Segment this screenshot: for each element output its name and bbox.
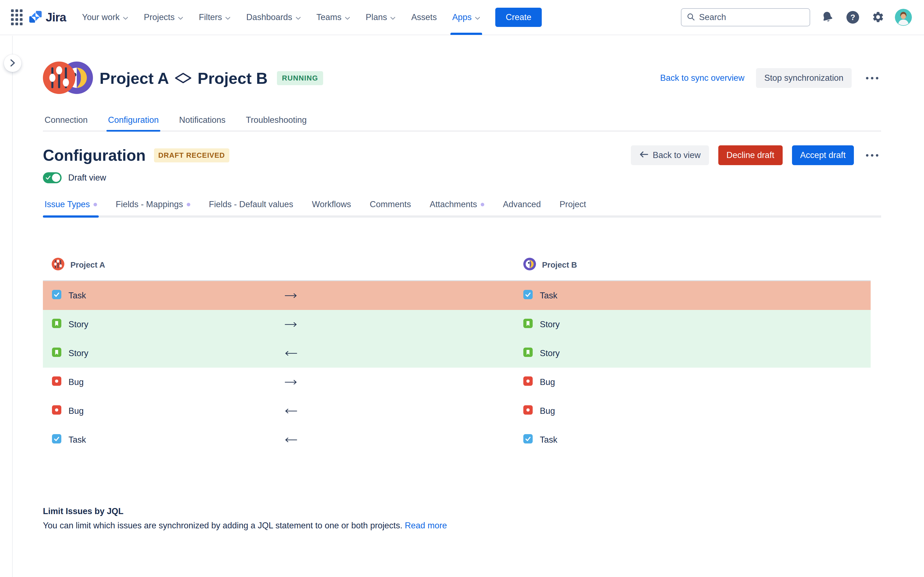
issue-type-label: Bug <box>540 377 555 387</box>
mapping-row-task-right[interactable]: TaskTask <box>43 281 871 310</box>
mapping-row-story-left[interactable]: StoryStory <box>43 339 871 367</box>
task-icon <box>523 290 533 301</box>
change-indicator-dot <box>187 203 190 206</box>
mapping-row-task-left[interactable]: TaskTask <box>43 425 871 454</box>
stop-synchronization-button[interactable]: Stop synchronization <box>756 68 852 88</box>
left-issue-type: Story <box>52 339 88 367</box>
mapping-column-headers: Project A Project B <box>43 258 871 273</box>
subtab-issue-types[interactable]: Issue Types <box>43 199 99 215</box>
sidebar-expand-button[interactable] <box>4 55 21 72</box>
sync-direction-arrow-left <box>284 339 297 367</box>
subtab-fields-mappings[interactable]: Fields - Mappings <box>114 199 192 215</box>
project-a-avatar <box>43 61 75 95</box>
issue-type-label: Story <box>540 348 560 358</box>
story-icon <box>52 348 61 359</box>
arrow-left-icon <box>639 150 648 160</box>
chevron-down-icon <box>344 12 351 22</box>
story-icon <box>523 348 533 359</box>
nav-item-plans[interactable]: Plans <box>366 0 396 35</box>
issue-type-label: Task <box>68 291 86 301</box>
main-content: Project A Project B RUNNING Back to sync… <box>13 61 924 530</box>
sync-diamond-icon <box>174 69 192 87</box>
subtab-attachments[interactable]: Attachments <box>428 199 486 215</box>
nav-item-teams[interactable]: Teams <box>317 0 351 35</box>
settings-button[interactable] <box>870 9 886 25</box>
story-icon <box>52 319 61 330</box>
top-navigation: Jira Your workProjectsFiltersDashboardsT… <box>0 0 924 35</box>
search-input[interactable] <box>698 12 804 23</box>
chevron-down-icon <box>225 12 231 22</box>
status-badge-running: RUNNING <box>277 71 323 85</box>
right-issue-type: Bug <box>523 367 555 396</box>
back-to-view-button[interactable]: Back to view <box>631 145 709 165</box>
subtab-advanced[interactable]: Advanced <box>501 199 543 215</box>
chevron-down-icon <box>123 12 128 22</box>
sync-direction-arrow-right <box>284 281 297 310</box>
sync-direction-arrow-right <box>284 310 297 339</box>
nav-item-assets[interactable]: Assets <box>411 0 437 35</box>
issue-type-mapping: Project A Project B TaskTaskStoryStorySt… <box>43 258 881 454</box>
right-issue-type: Task <box>523 281 557 310</box>
nav-item-dashboards[interactable]: Dashboards <box>246 0 301 35</box>
nav-item-projects[interactable]: Projects <box>144 0 183 35</box>
notifications-button[interactable] <box>819 9 835 25</box>
search-box[interactable] <box>681 8 810 26</box>
chevron-right-icon <box>10 58 16 68</box>
more-options-icon <box>866 77 878 79</box>
toggle-knob <box>52 174 60 182</box>
user-avatar-image <box>895 9 912 26</box>
create-button[interactable]: Create <box>495 8 542 27</box>
tab-connection[interactable]: Connection <box>43 115 89 131</box>
project-a-avatar <box>52 258 65 272</box>
change-indicator-dot <box>94 203 97 206</box>
jira-wordmark: Jira <box>46 10 66 24</box>
configuration-header: Configuration DRAFT RECEIVED Back to vie… <box>43 145 881 165</box>
sync-direction-arrow-right <box>284 367 297 396</box>
nav-item-filters[interactable]: Filters <box>199 0 231 35</box>
mapping-row-bug-left[interactable]: BugBug <box>43 396 871 425</box>
read-more-link[interactable]: Read more <box>405 521 447 530</box>
jql-section: Limit Issues by JQL You can limit which … <box>43 506 881 530</box>
help-button[interactable]: ? <box>845 9 861 25</box>
issue-type-label: Story <box>540 319 560 329</box>
chevron-down-icon <box>296 12 301 22</box>
tab-troubleshooting[interactable]: Troubleshooting <box>244 115 308 131</box>
left-project-name: Project A <box>70 261 105 269</box>
search-icon <box>687 12 695 22</box>
decline-draft-button[interactable]: Decline draft <box>718 145 783 165</box>
issue-type-label: Bug <box>540 406 555 416</box>
tab-configuration[interactable]: Configuration <box>107 115 160 131</box>
back-to-sync-overview-link[interactable]: Back to sync overview <box>660 73 745 83</box>
mapping-row-bug-right[interactable]: BugBug <box>43 367 871 396</box>
subtab-workflows[interactable]: Workflows <box>310 199 352 215</box>
right-issue-type: Story <box>523 339 560 367</box>
connection-tabs: ConnectionConfigurationNotificationsTrou… <box>43 115 881 132</box>
mapping-rows: TaskTaskStoryStoryStoryStoryBugBugBugBug… <box>43 280 871 454</box>
nav-item-your-work[interactable]: Your work <box>82 0 128 35</box>
header-more-button[interactable] <box>863 74 881 82</box>
subtab-project[interactable]: Project <box>558 199 588 215</box>
subtab-comments[interactable]: Comments <box>368 199 413 215</box>
configuration-more-button[interactable] <box>863 152 881 160</box>
issue-type-label: Task <box>540 291 557 301</box>
gear-icon <box>872 11 884 24</box>
issue-type-label: Task <box>68 435 86 445</box>
jql-description: You can limit which issues are synchroni… <box>43 521 881 530</box>
user-avatar[interactable] <box>895 9 912 26</box>
bug-icon <box>523 376 533 388</box>
mapping-row-story-right[interactable]: StoryStory <box>43 310 871 339</box>
change-indicator-dot <box>481 203 484 206</box>
primary-menu: Your workProjectsFiltersDashboardsTeamsP… <box>82 0 480 35</box>
left-issue-type: Task <box>52 425 86 454</box>
left-issue-type: Bug <box>52 367 84 396</box>
accept-draft-button[interactable]: Accept draft <box>792 145 854 165</box>
subtab-fields-default-values[interactable]: Fields - Default values <box>207 199 295 215</box>
tab-notifications[interactable]: Notifications <box>178 115 227 131</box>
issue-type-label: Story <box>68 319 88 329</box>
jira-logo[interactable]: Jira <box>28 9 66 25</box>
draft-view-toggle[interactable] <box>43 172 61 183</box>
app-switcher-button[interactable] <box>8 7 25 27</box>
sync-direction-arrow-left <box>284 425 297 454</box>
nav-item-apps[interactable]: Apps <box>452 0 480 35</box>
right-project-name: Project B <box>542 261 577 269</box>
